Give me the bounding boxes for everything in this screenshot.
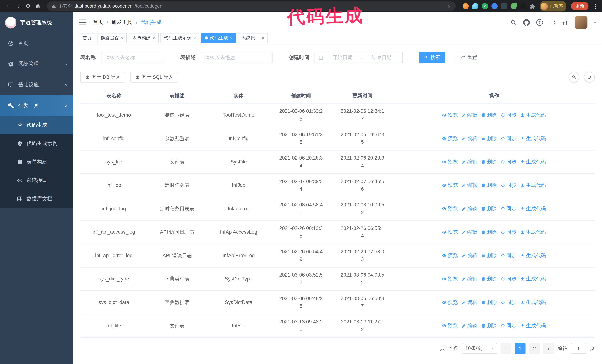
row-action-link[interactable]: 编辑 xyxy=(462,252,477,260)
close-icon[interactable]: × xyxy=(121,36,123,40)
hamburger-icon[interactable] xyxy=(79,20,86,25)
row-action-link[interactable]: 同步 xyxy=(501,158,516,166)
row-action-link[interactable]: 预览 xyxy=(442,111,458,119)
row-action-link[interactable]: 生成代码 xyxy=(520,299,546,306)
row-action-link[interactable]: 同步 xyxy=(501,135,516,142)
submenu-item-codegen[interactable]: </> 代码生成 xyxy=(0,116,73,134)
submenu-item-codegen-example[interactable]: 代码生成示例 xyxy=(0,134,73,153)
row-action-link[interactable]: 删除 xyxy=(481,252,497,260)
reset-button[interactable]: 重置 xyxy=(456,52,482,63)
fox-extension-icon[interactable] xyxy=(462,3,469,9)
tab-codegen-example[interactable]: 代码生成示例× xyxy=(161,33,199,43)
avatar-caret-icon[interactable]: ▾ xyxy=(594,20,596,24)
tab-api[interactable]: 系统接口× xyxy=(238,33,268,43)
row-action-link[interactable]: 预览 xyxy=(442,135,458,142)
row-action-link[interactable]: 删除 xyxy=(481,322,497,330)
browser-menu-icon[interactable]: ⋮ xyxy=(593,3,598,9)
close-icon[interactable]: × xyxy=(262,36,264,40)
user-avatar[interactable] xyxy=(575,16,587,29)
goto-page-input[interactable] xyxy=(571,343,586,354)
help-icon[interactable]: ? xyxy=(536,19,543,26)
address-bar[interactable]: 不安全 dashboard.yudao.iocoder.cn/tool/code… xyxy=(47,1,455,11)
row-action-link[interactable]: 同步 xyxy=(501,181,516,189)
close-icon[interactable]: × xyxy=(194,36,196,40)
row-action-link[interactable]: 删除 xyxy=(481,275,497,283)
github-icon[interactable] xyxy=(523,19,530,26)
row-action-link[interactable]: 删除 xyxy=(481,158,497,166)
row-action-link[interactable]: 生成代码 xyxy=(520,181,546,189)
row-action-link[interactable]: 生成代码 xyxy=(520,135,546,142)
forward-icon[interactable] xyxy=(14,2,22,10)
row-action-link[interactable]: 预览 xyxy=(442,205,458,213)
row-action-link[interactable]: 删除 xyxy=(481,205,497,213)
font-size-icon[interactable]: TT xyxy=(562,19,568,26)
row-action-link[interactable]: 生成代码 xyxy=(520,322,546,330)
table-desc-input[interactable] xyxy=(201,52,273,63)
tab-codegen[interactable]: 代码生成× xyxy=(201,33,236,43)
tab-form-builder[interactable]: 表单构建× xyxy=(129,33,159,43)
page-button-1[interactable]: 1 xyxy=(515,343,526,354)
row-action-link[interactable]: 编辑 xyxy=(462,205,477,213)
row-action-link[interactable]: 预览 xyxy=(442,181,458,189)
row-action-link[interactable]: 编辑 xyxy=(462,181,477,189)
reload-icon[interactable] xyxy=(24,2,32,10)
page-size-select[interactable]: 10条/页 ▾ xyxy=(462,343,497,354)
breadcrumb-devtools[interactable]: 研发工具 xyxy=(112,19,132,26)
row-action-link[interactable]: 预览 xyxy=(442,322,458,330)
date-range-picker[interactable]: 开始日期 - 结束日期 xyxy=(314,52,403,63)
row-action-link[interactable]: 同步 xyxy=(501,275,516,283)
row-action-link[interactable]: 编辑 xyxy=(462,275,477,283)
next-page-button[interactable]: › xyxy=(543,343,554,354)
tab-home[interactable]: 首页 xyxy=(79,33,95,43)
row-action-link[interactable]: 删除 xyxy=(481,111,497,119)
toggle-search-button[interactable] xyxy=(569,72,580,83)
refresh-table-button[interactable] xyxy=(584,72,595,83)
row-action-link[interactable]: 预览 xyxy=(442,299,458,306)
row-action-link[interactable]: 生成代码 xyxy=(520,111,546,119)
profile-chip[interactable]: 已暂停 xyxy=(540,1,566,11)
row-action-link[interactable]: 编辑 xyxy=(462,158,477,166)
row-action-link[interactable]: 生成代码 xyxy=(520,228,546,236)
sidebar-item-infra[interactable]: 基础设施 ∨ xyxy=(0,74,73,95)
row-action-link[interactable]: 生成代码 xyxy=(520,275,546,283)
home-icon[interactable] xyxy=(34,2,42,10)
row-action-link[interactable]: 同步 xyxy=(501,228,516,236)
row-action-link[interactable]: 删除 xyxy=(481,299,497,306)
drop-extension-icon[interactable] xyxy=(472,3,478,9)
row-action-link[interactable]: 生成代码 xyxy=(520,158,546,166)
submenu-item-form-builder[interactable]: 表单构建 xyxy=(0,153,73,171)
row-action-link[interactable]: 删除 xyxy=(481,228,497,236)
row-action-link[interactable]: 编辑 xyxy=(462,299,477,306)
page-button-2[interactable]: 2 xyxy=(529,343,540,354)
keyboard-extension-icon[interactable] xyxy=(501,3,507,9)
prev-page-button[interactable]: ‹ xyxy=(501,343,511,354)
row-action-link[interactable]: 同步 xyxy=(501,111,516,119)
sidebar-item-devtools[interactable]: 研发工具 ∧ xyxy=(0,95,73,116)
row-action-link[interactable]: 预览 xyxy=(442,275,458,283)
bookmark-star-icon[interactable]: ☆ xyxy=(446,3,451,9)
sidebar-item-home[interactable]: 首页 xyxy=(0,33,73,54)
import-sql-button[interactable]: 基于 SQL 导入 xyxy=(130,72,178,83)
back-icon[interactable] xyxy=(4,2,12,10)
fullscreen-icon[interactable] xyxy=(549,19,556,26)
row-action-link[interactable]: 同步 xyxy=(501,252,516,260)
row-action-link[interactable]: 同步 xyxy=(501,299,516,306)
row-action-link[interactable]: 同步 xyxy=(501,205,516,213)
browser-update-button[interactable]: 更新 xyxy=(571,2,589,10)
row-action-link[interactable]: 删除 xyxy=(481,135,497,142)
people-extension-icon[interactable] xyxy=(491,3,497,9)
row-action-link[interactable]: 同步 xyxy=(501,322,516,330)
submenu-item-db-doc[interactable]: 数据库文档 xyxy=(0,190,73,208)
puzzle-extensions-icon[interactable] xyxy=(530,3,536,9)
row-action-link[interactable]: 预览 xyxy=(442,228,458,236)
search-icon[interactable] xyxy=(510,19,516,26)
submenu-item-api[interactable]: 系统接口 xyxy=(0,171,73,189)
tab-tracing[interactable]: 链路追踪× xyxy=(97,33,127,43)
search-button[interactable]: 搜索 xyxy=(419,52,445,63)
pug-extension-icon[interactable] xyxy=(520,3,526,9)
row-action-link[interactable]: 预览 xyxy=(442,158,458,166)
row-action-link[interactable]: 生成代码 xyxy=(520,252,546,260)
row-action-link[interactable]: 删除 xyxy=(481,181,497,189)
row-action-link[interactable]: 生成代码 xyxy=(520,205,546,213)
table-name-input[interactable] xyxy=(101,52,164,63)
